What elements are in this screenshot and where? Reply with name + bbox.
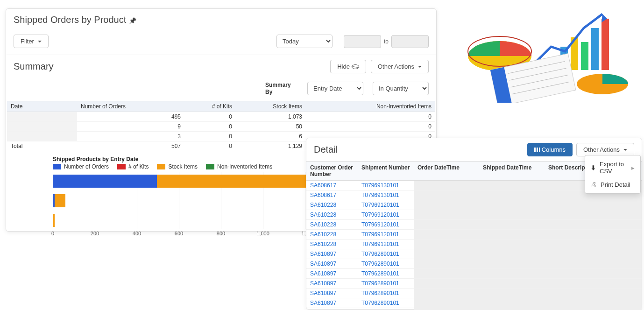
print-icon: 🖨 [591,181,597,188]
date-preset-select[interactable]: Today [276,35,333,48]
summary-by-select[interactable]: Entry Date [307,82,363,95]
download-icon: ⬇ [591,164,596,171]
legend-item[interactable]: Non-Inventoried Items [206,163,272,170]
hide-icon [352,64,359,69]
detail-row[interactable]: SA610228T07969120101 [306,200,642,210]
detail-row[interactable]: SA610897T07962890101 [306,249,642,259]
legend-item[interactable]: Number of Orders [53,163,109,170]
date-from-input[interactable] [344,35,381,48]
summary-column-header: Number of Orders [77,101,184,112]
other-actions-menu: ⬇Export to CSV▸ 🖨Print Detail [585,155,641,194]
detail-row[interactable]: SA610228T07969120101 [306,230,642,240]
legend-item[interactable]: Stock Items [157,163,198,170]
summary-row: 90500 [7,122,435,132]
columns-button[interactable]: Columns [527,143,573,156]
columns-icon [534,148,540,152]
summary-column-header: # of Kits [184,101,236,112]
chart-bar-segment [55,194,65,207]
detail-column-header[interactable]: Shipped DateTime [479,162,545,181]
summary-title: Summary [14,61,54,72]
chart-bar-segment [53,175,157,188]
date-to-input[interactable] [391,35,429,48]
legend-item[interactable]: # of Kits [117,163,149,170]
report-title: Shipped Orders by Product [14,14,136,25]
svg-rect-7 [602,19,609,70]
summary-column-header: Non-Inventoried Items [306,101,435,112]
filter-button[interactable]: Filter [14,35,49,48]
decorative-charts-graphic [462,5,635,103]
detail-row[interactable]: SA610897T07962890101 [306,308,642,310]
summary-column-header: Stock Items [236,101,306,112]
summary-column-header: Date [7,101,77,112]
export-csv-menu-item[interactable]: ⬇Export to CSV▸ [585,157,640,178]
hide-summary-button[interactable]: Hide [330,60,366,73]
detail-row[interactable]: SA610897T07962890101 [306,298,642,308]
detail-row[interactable]: SA610897T07962890101 [306,259,642,269]
svg-rect-5 [581,42,588,70]
detail-row[interactable]: SA610897T07962890101 [306,269,642,279]
detail-column-header[interactable]: Shipment Number [358,162,414,181]
chart-bar-segment [53,214,55,227]
date-to-label: to [384,38,389,45]
summary-by-label: Summary By [265,82,298,95]
detail-row[interactable]: SA610228T07969120101 [306,220,642,230]
detail-column-header[interactable]: Customer Order Number [306,162,358,181]
summary-other-actions-button[interactable]: Other Actions [371,60,429,73]
detail-column-header[interactable]: Order DateTime [414,162,479,181]
summary-row: 49501,0730 [7,112,435,122]
detail-title: Detail [314,144,338,155]
detail-row[interactable]: SA610228T07969120101 [306,240,642,249]
svg-rect-6 [591,28,599,70]
detail-other-actions-button[interactable]: Other Actions [576,143,634,156]
print-detail-menu-item[interactable]: 🖨Print Detail [585,178,640,191]
summary-quantity-select[interactable]: In Quantity [373,82,429,95]
detail-row[interactable]: SA610897T07962890101 [306,279,642,289]
detail-row[interactable]: SA610228T07969120101 [306,210,642,220]
detail-row[interactable]: SA610897T07962890101 [306,289,642,298]
